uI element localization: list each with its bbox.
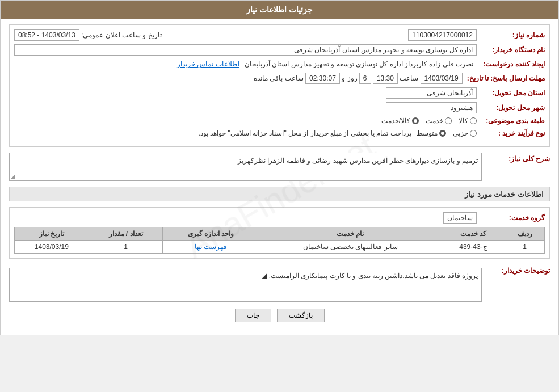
row-service-group: گروه خدمت: ساختمان xyxy=(14,212,545,224)
content-area: شماره نیاز: 1103004217000012 تاریخ و ساع… xyxy=(1,19,558,335)
purchase-type-label: نوع فرآیند خرید : xyxy=(477,129,545,137)
creator-value: نصرت قلی زاده کاربرداز اداره کل نوسازی ت… xyxy=(241,59,477,69)
table-cell: ج-43-439 xyxy=(442,241,505,254)
table-row: 1ج-43-439سایر فعالیتهای تخصصی ساختمانفهر… xyxy=(15,241,545,254)
row-need-number: شماره نیاز: 1103004217000012 تاریخ و ساع… xyxy=(14,29,545,41)
buyer-org-label: نام دستگاه خریدار: xyxy=(477,46,545,54)
back-button[interactable]: بازگشت xyxy=(277,309,325,322)
purchase-type-note: پرداخت تمام یا بخشی از مبلغ خریدار از مح… xyxy=(195,128,414,138)
resize-icon: ◢ xyxy=(11,173,15,179)
service-group-value: ساختمان xyxy=(443,212,477,224)
deadline-date: 1403/03/19 xyxy=(421,73,463,84)
services-section: گروه خدمت: ساختمان ردیف کد خدمت نام خدمت… xyxy=(9,207,550,259)
radio-kala xyxy=(470,117,477,124)
deadline-remain-label: ساعت باقی مانده xyxy=(254,74,304,82)
deadline-label: مهلت ارسال پاسخ: تا تاریخ: xyxy=(463,74,545,82)
category-radio-group: کالا خدمت کالا/خدمت xyxy=(381,117,477,125)
service-group-label: گروه خدمت: xyxy=(477,214,545,222)
row-delivery-city: شهر محل تحویل: هشترود xyxy=(14,102,545,113)
category-label: طبقه بندی موضوعی: xyxy=(477,117,545,125)
print-button[interactable]: چاپ xyxy=(235,309,271,322)
category-option-khedmat[interactable]: خدمت xyxy=(426,117,452,125)
deadline-days: 6 xyxy=(359,73,371,84)
category-kala-khedmat-label: کالا/خدمت xyxy=(381,117,410,125)
page-title: جزئیات اطلاعات نیاز xyxy=(1,1,558,19)
purchase-jozi-label: جزیی xyxy=(453,129,468,137)
purchase-type-radio-group: جزیی متوسط xyxy=(417,129,477,137)
category-option-kala-khedmat[interactable]: کالا/خدمت xyxy=(381,117,419,125)
delivery-city-label: شهر محل تحویل: xyxy=(477,104,545,112)
col-service-code: کد خدمت xyxy=(442,227,505,241)
need-desc-box: ترمیم و بازسازی دیوارهای خطر آفرین مدارس… xyxy=(9,153,482,181)
col-quantity: تعداد / مقدار xyxy=(89,227,163,241)
purchase-mutawaset-label: متوسط xyxy=(417,129,438,137)
need-desc-label: شرح کلی نیاز: xyxy=(482,153,550,163)
radio-khedmat xyxy=(445,117,452,124)
services-section-title: اطلاعات خدمات مورد نیاز xyxy=(9,187,550,201)
deadline-time-label: ساعت xyxy=(400,74,418,82)
resize-icon-2: ◢ xyxy=(262,272,267,280)
footer-buttons: بازگشت چاپ xyxy=(9,309,550,329)
table-cell[interactable]: فهرست بها xyxy=(163,241,259,254)
col-row-num: ردیف xyxy=(505,227,545,241)
radio-mutawaset xyxy=(439,130,446,137)
remarks-box: پروژه فاقد تعدیل می باشد.داشتن رتبه بندی… xyxy=(9,268,482,302)
category-khedmat-label: خدمت xyxy=(426,117,443,125)
purchase-type-jozi[interactable]: جزیی xyxy=(453,129,477,137)
radio-kala-khedmat xyxy=(412,117,419,124)
table-cell: 1 xyxy=(89,241,163,254)
row-need-desc: شرح کلی نیاز: ترمیم و بازسازی دیوارهای خ… xyxy=(9,153,550,181)
remarks-value: پروژه فاقد تعدیل می باشد.داشتن رتبه بندی… xyxy=(269,272,478,280)
delivery-province-value: آذربایجان شرقی xyxy=(386,87,477,99)
buyer-org-value: اداره کل نوسازی توسعه و تجهیز مدارس استا… xyxy=(14,44,477,56)
table-cell: 1403/03/19 xyxy=(15,241,89,254)
purchase-type-mutawaset[interactable]: متوسط xyxy=(417,129,446,137)
row-category: طبقه بندی موضوعی: کالا خدمت کالا/خدمت xyxy=(14,117,545,125)
main-info-section: شماره نیاز: 1103004217000012 تاریخ و ساع… xyxy=(9,24,550,147)
col-date: تاریخ نیاز xyxy=(15,227,89,241)
category-option-kala[interactable]: کالا xyxy=(459,117,477,125)
creator-label: ایجاد کننده درخواست: xyxy=(477,60,545,68)
row-deadline: مهلت ارسال پاسخ: تا تاریخ: 1403/03/19 سا… xyxy=(14,73,545,84)
row-delivery-province: استان محل تحویل: آذربایجان شرقی xyxy=(14,87,545,99)
delivery-province-label: استان محل تحویل: xyxy=(477,89,545,97)
deadline-time: 13:30 xyxy=(373,73,398,84)
need-number-label: شماره نیاز: xyxy=(477,31,545,39)
table-cell: سایر فعالیتهای تخصصی ساختمان xyxy=(259,241,442,254)
col-unit: واحد اندازه گیری xyxy=(163,227,259,241)
row-purchase-type: نوع فرآیند خرید : جزیی متوسط پرداخت تمام… xyxy=(14,128,545,138)
date-value: 1403/03/13 - 08:52 xyxy=(14,29,79,41)
remarks-label: توضیحات خریدار: xyxy=(482,264,550,275)
table-header-row: ردیف کد خدمت نام خدمت واحد اندازه گیری ت… xyxy=(15,227,545,241)
row-creator: ایجاد کننده درخواست: نصرت قلی زاده کاربر… xyxy=(14,59,545,69)
row-remarks: توضیحات خریدار: پروژه فاقد تعدیل می باشد… xyxy=(9,264,550,302)
col-service-name: نام خدمت xyxy=(259,227,442,241)
category-kala-label: کالا xyxy=(459,117,468,125)
need-desc-value: ترمیم و بازسازی دیوارهای خطر آفرین مدارس… xyxy=(238,157,478,165)
page-wrapper: جزئیات اطلاعات نیاز شماره نیاز: 11030042… xyxy=(0,0,559,335)
radio-jozi xyxy=(470,130,477,137)
deadline-time-remain: 02:30:07 xyxy=(305,73,340,84)
deadline-days-label: روز و xyxy=(342,74,357,82)
row-buyer-org: نام دستگاه خریدار: اداره کل نوسازی توسعه… xyxy=(14,44,545,56)
services-table: ردیف کد خدمت نام خدمت واحد اندازه گیری ت… xyxy=(14,227,545,254)
date-label: تاریخ و ساعت اعلان عمومی: xyxy=(81,31,162,39)
need-number-value: 1103004217000012 xyxy=(408,29,477,41)
delivery-city-value: هشترود xyxy=(386,102,477,113)
table-cell: 1 xyxy=(505,241,545,254)
creator-link[interactable]: اطلاعات تماس خریدار xyxy=(177,60,239,68)
